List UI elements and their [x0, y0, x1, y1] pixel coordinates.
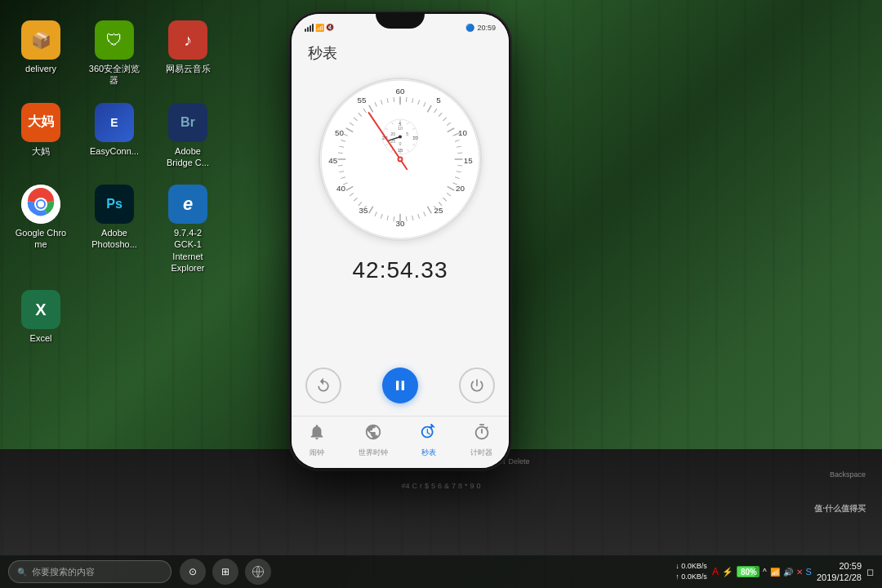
desktop: 📦 delivery 🛡 360安全浏览器 ♪ 网易云音乐 大妈 大妈 E Ea…: [0, 0, 882, 588]
signal-bar-3: [310, 25, 311, 32]
taskbar: 🔍 你要搜索的内容 ⊙ ⊞ ↓ 0.0KB/s ↑ 0.0KB/s A: [0, 555, 882, 588]
svg-text:25: 25: [434, 206, 443, 215]
tray-icons: A ⚡ 80% ^ 📶 🔊 ✕ S: [712, 566, 812, 577]
watch-face: 60 5 10 15 20 25 30 35 40 45 50: [318, 78, 482, 241]
icon-excel[interactable]: X Excel: [8, 286, 74, 348]
signal-bar-4: [312, 24, 314, 32]
x-icon: ✕: [796, 568, 803, 577]
nav-timer[interactable]: 计时器: [470, 423, 492, 458]
stopwatch-icon: [420, 423, 438, 445]
icon-360security[interactable]: 🛡 360安全浏览器: [82, 16, 147, 91]
nav-stopwatch-label: 秒表: [421, 448, 436, 458]
svg-text:5: 5: [436, 96, 441, 105]
icon-netease-label: 网易云音乐: [166, 63, 211, 74]
phone-screen: 📶 🔇 🔵 20:59 秒表: [292, 14, 509, 468]
svg-text:15: 15: [398, 148, 403, 153]
bottom-nav: 闹钟 世界时钟 秒表: [292, 416, 509, 468]
reset-button[interactable]: [305, 368, 341, 403]
browser-icon: [252, 565, 265, 578]
nav-alarm-label: 闹钟: [310, 448, 324, 458]
timer-icon: [473, 423, 491, 445]
power-icon: [469, 377, 485, 394]
taskbar-search-btn[interactable]: ⊙: [180, 559, 206, 585]
wifi-tray-icon: 📶: [770, 568, 780, 577]
taskbar-right: ↓ 0.0KB/s ↑ 0.0KB/s A ⚡ 80% ^ 📶 🔊 ✕ S: [675, 560, 882, 584]
icon-ie[interactable]: e 9.7.4-2GCK-1InternetExplorer: [155, 180, 220, 278]
svg-text:15: 15: [464, 156, 473, 165]
watch-svg: 60 5 10 15 20 25 30 35 40 45 50: [320, 79, 480, 239]
svg-point-3: [38, 201, 44, 207]
svg-line-50: [394, 216, 394, 221]
phone-notch: [376, 14, 425, 29]
nav-timer-label: 计时器: [470, 448, 492, 458]
svg-text:40: 40: [336, 184, 345, 193]
worldclock-icon: [364, 423, 382, 445]
icon-chrome[interactable]: Google Chrome: [8, 180, 74, 278]
svg-line-35: [457, 165, 462, 166]
wifi-icon: 📶: [315, 24, 324, 32]
svg-line-78: [394, 97, 394, 102]
taskbar-search-text: 你要搜索的内容: [32, 566, 95, 578]
desktop-icons-area: 📦 delivery 🛡 360安全浏览器 ♪ 网易云音乐 大妈 大妈 E Ea…: [8, 16, 220, 349]
volume-icon: 🔊: [783, 568, 793, 577]
net-down: ↓ 0.0KB/s: [675, 561, 707, 572]
bluetooth-icon: 🔵: [466, 24, 474, 32]
svg-line-20: [406, 97, 407, 102]
svg-text:0: 0: [399, 141, 402, 146]
svg-text:50: 50: [335, 128, 344, 137]
nav-worldclock-label: 世界时钟: [359, 448, 388, 458]
icon-adobebridge[interactable]: Br AdobeBridge C...: [155, 99, 220, 173]
status-left: 📶 🔇: [305, 24, 334, 32]
power-button[interactable]: [459, 368, 495, 403]
svg-point-106: [399, 158, 402, 161]
icon-adobebridge-label: AdobeBridge C...: [167, 145, 209, 169]
taskbar-multitask-btn[interactable]: ⊞: [212, 559, 238, 585]
svg-text:10: 10: [398, 126, 403, 131]
signal-bars: [305, 24, 314, 32]
phone: 📶 🔇 🔵 20:59 秒表: [290, 12, 510, 470]
svg-text:55: 55: [358, 96, 367, 105]
taskbar-browser-btn[interactable]: [245, 559, 271, 585]
taskbar-icon-group: ⊙ ⊞: [180, 559, 271, 585]
svg-line-63: [338, 165, 343, 166]
icon-delivery[interactable]: 📦 delivery: [8, 16, 74, 91]
battery-indicator: 80%: [737, 566, 760, 577]
svg-line-65: [338, 153, 343, 154]
svg-line-33: [457, 153, 462, 154]
icon-chrome-label: Google Chrome: [12, 227, 69, 251]
taskbar-date: 2019/12/28: [817, 572, 862, 583]
svg-text:20: 20: [456, 184, 465, 193]
taskbar-time: 20:59 2019/12/28: [817, 560, 862, 584]
app-title: 秒表: [292, 37, 509, 69]
icon-360security-label: 360安全浏览器: [89, 63, 140, 87]
nav-stopwatch[interactable]: 秒表: [420, 423, 438, 458]
controls: [292, 355, 509, 416]
battery-text: 80%: [737, 568, 760, 577]
icon-netease[interactable]: ♪ 网易云音乐: [155, 16, 220, 91]
icon-dama[interactable]: 大妈 大妈: [8, 99, 74, 173]
status-time: 20:59: [477, 24, 496, 32]
nav-worldclock[interactable]: 世界时钟: [359, 423, 388, 458]
net-up: ↑ 0.0KB/s: [675, 572, 707, 582]
icon-photoshop[interactable]: Ps AdobePhotosho...: [82, 180, 147, 278]
icon-delivery-label: delivery: [25, 63, 56, 74]
search-icon: 🔍: [17, 568, 27, 577]
power-icon: ⚡: [722, 567, 733, 577]
taskbar-search[interactable]: 🔍 你要搜索的内容: [8, 560, 172, 583]
icon-photoshop-label: AdobePhotosho...: [91, 227, 137, 251]
icon-ie-label: 9.7.4-2GCK-1InternetExplorer: [172, 227, 205, 274]
watch-area: 60 5 10 15 20 25 30 35 40 45 50: [292, 69, 509, 355]
svg-text:10: 10: [412, 136, 418, 140]
phone-body: 📶 🔇 🔵 20:59 秒表: [290, 12, 510, 470]
net-speed: ↓ 0.0KB/s ↑ 0.0KB/s: [675, 561, 707, 581]
signal-bar-1: [305, 29, 306, 32]
icon-easyconn-label: EasyConn...: [90, 145, 139, 157]
svg-text:45: 45: [328, 156, 337, 165]
chevron-icon: ^: [763, 568, 767, 577]
svg-text:20: 20: [390, 131, 395, 136]
nav-alarm[interactable]: 闹钟: [308, 423, 326, 458]
signal-bar-2: [307, 27, 309, 32]
pause-button[interactable]: [382, 368, 418, 403]
icon-easyconn[interactable]: E EasyConn...: [82, 99, 147, 173]
show-desktop-btn[interactable]: ◻: [866, 567, 874, 577]
